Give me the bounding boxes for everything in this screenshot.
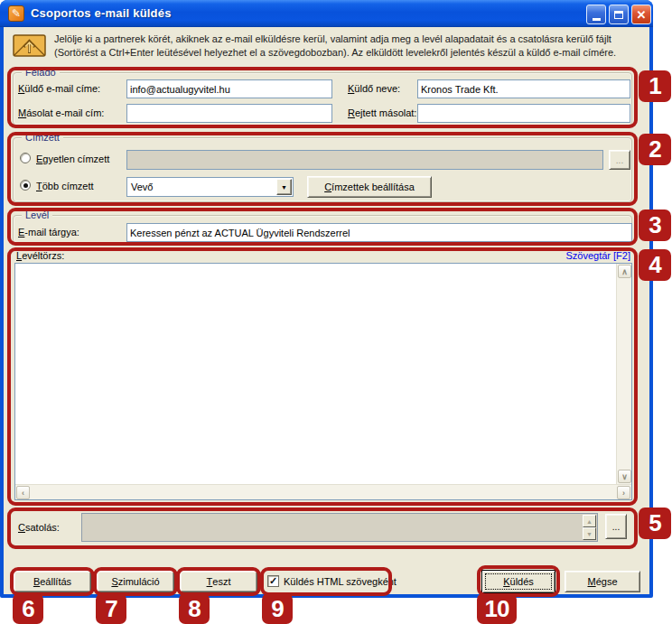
scroll-right-button[interactable]: › (617, 486, 630, 499)
vertical-scrollbar[interactable]: ∧ ∨ (616, 264, 631, 484)
cimzett-dropdown-value: Vevő (127, 182, 276, 192)
screenshot-stage: ✎ Csoportos e-mail küldés ✕ Jelölje ki a… (0, 0, 672, 624)
spinner-down-icon: ▼ (586, 531, 593, 537)
level-legend: Levél (22, 210, 52, 220)
beallitas-button[interactable]: Beállítás (14, 571, 91, 592)
egyetlen-browse-button: ... (609, 150, 630, 170)
spinner-up-icon: ▲ (586, 518, 593, 525)
annotation-badge-1: 1 (639, 70, 671, 102)
leveltorzs-text (18, 265, 613, 481)
szovegtar-link[interactable]: Szövegtár [F2] (542, 250, 630, 261)
felado-legend: Feladó (22, 67, 60, 78)
teszt-button[interactable]: Teszt (180, 571, 257, 592)
masolat-label: Másolat e-mail cím: (18, 107, 104, 118)
annotation-badge-8: 8 (179, 593, 210, 624)
kuldo-email-input[interactable] (126, 79, 332, 98)
tobb-cimzett-label: Több címzett (36, 181, 94, 191)
window-title: Csoportos e-mail küldés (31, 6, 172, 20)
horizontal-scrollbar[interactable]: ‹ › (15, 484, 631, 499)
csatolas-spinner-down[interactable]: ▼ (583, 527, 596, 540)
minimize-icon (593, 18, 601, 21)
csatolas-label: Csatolás: (18, 522, 60, 533)
dropdown-arrow-icon[interactable]: ▼ (276, 179, 292, 195)
egyetlen-cimzett-radio[interactable] (20, 153, 31, 163)
close-icon: ✕ (637, 9, 647, 21)
scroll-up-icon: ∧ (621, 267, 628, 276)
cimzett-dropdown[interactable]: Vevő ▼ (126, 177, 294, 197)
kuldo-neve-input[interactable] (417, 79, 630, 98)
szimulacio-button[interactable]: Szimuláció (97, 571, 174, 592)
tobb-cimzett-radio[interactable] (20, 180, 31, 191)
csatolas-spinner-up[interactable]: ▲ (583, 515, 596, 527)
scroll-left-icon: ‹ (22, 489, 24, 498)
header-description-line2: (Sortörést a Ctrl+Enter leütésével helye… (54, 46, 643, 60)
scroll-left-button[interactable]: ‹ (16, 486, 30, 499)
annotation-badge-9: 9 (262, 593, 293, 624)
minimize-button[interactable] (586, 5, 606, 24)
annotation-badge-5: 5 (639, 508, 671, 539)
send-mail-icon (12, 32, 48, 61)
rejtett-input[interactable] (417, 104, 630, 123)
targy-label: E-mail tárgya: (18, 227, 79, 237)
leveltorzs-textarea[interactable]: ∧ ∨ ‹ › (14, 263, 632, 500)
leveltorzs-label: Levéltörzs: (16, 250, 64, 261)
annotation-badge-7: 7 (96, 593, 126, 624)
close-button[interactable]: ✕ (631, 5, 651, 24)
megse-button[interactable]: Mégse (565, 571, 640, 592)
app-icon: ✎ (8, 5, 24, 22)
scroll-down-button[interactable]: ∨ (618, 470, 631, 483)
kuldo-email-label: Küldő e-mail címe: (18, 83, 100, 94)
annotation-badge-4: 4 (639, 249, 671, 281)
csatolas-field: ▲ ▼ (81, 513, 598, 542)
scroll-up-button[interactable]: ∧ (618, 265, 631, 278)
annotation-badge-2: 2 (639, 134, 671, 165)
checkmark-icon: ✓ (269, 576, 277, 586)
cimzett-legend: Címzett (22, 132, 63, 143)
rejtett-label: Rejtett másolat: (348, 107, 416, 118)
maximize-icon (614, 11, 623, 19)
scroll-right-icon: › (622, 489, 625, 498)
html-checkbox[interactable]: ✓ (267, 575, 279, 587)
egyetlen-cimzett-label: Egyetlen címzett (36, 154, 109, 164)
annotation-badge-3: 3 (639, 210, 671, 241)
scroll-down-icon: ∨ (621, 472, 628, 481)
csatolas-browse-button[interactable]: ... (605, 514, 627, 539)
kuldes-button[interactable]: Küldés (481, 570, 555, 593)
targy-input[interactable] (126, 223, 632, 242)
annotation-badge-10: 10 (477, 593, 517, 624)
title-bar[interactable]: ✎ Csoportos e-mail küldés (0, 0, 653, 27)
egyetlen-cimzett-input (126, 150, 603, 170)
html-checkbox-label: Küldés HTML szövegként (284, 576, 397, 587)
cimzettek-beallitasa-button[interactable]: Címzettek beállítása (307, 176, 432, 198)
annotation-badge-6: 6 (13, 593, 43, 624)
header-description-line1: Jelölje ki a partnerek körét, akiknek az… (54, 33, 643, 46)
masolat-input[interactable] (126, 104, 332, 123)
maximize-button[interactable] (609, 5, 629, 24)
kuldo-neve-label: Küldő neve: (348, 83, 400, 94)
